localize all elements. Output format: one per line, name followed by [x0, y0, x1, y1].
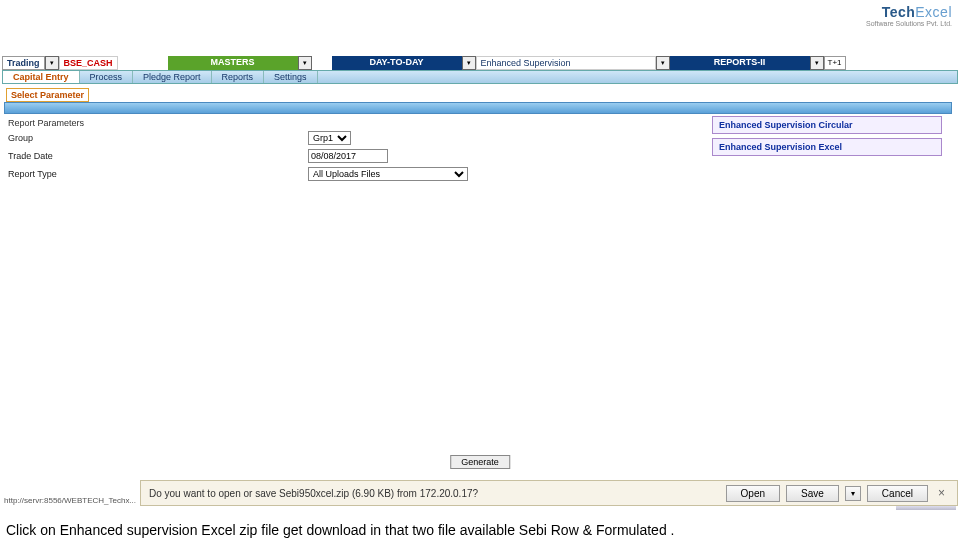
- status-bar-text: http://servr:8556/WEBTECH_Techx...: [2, 495, 138, 506]
- download-prompt-text: Do you want to open or save Sebi950xcel.…: [149, 488, 720, 499]
- open-button[interactable]: Open: [726, 485, 780, 502]
- logo-text-b: Excel: [915, 4, 952, 20]
- save-dropdown-icon[interactable]: ▾: [845, 486, 861, 501]
- nav-t1[interactable]: T+1: [824, 56, 846, 70]
- masters-dropdown-icon[interactable]: ▾: [298, 56, 312, 70]
- reports2-dropdown-icon[interactable]: ▾: [810, 56, 824, 70]
- nav-day-to-day[interactable]: DAY-TO-DAY: [332, 56, 462, 70]
- nav-masters[interactable]: MASTERS: [168, 56, 298, 70]
- logo-text-a: Tech: [882, 4, 916, 20]
- nav-bse-cash[interactable]: BSE_CASH: [59, 56, 118, 70]
- tab-pledge-report[interactable]: Pledge Report: [133, 71, 212, 83]
- nav-reports-ii[interactable]: REPORTS-II: [670, 56, 810, 70]
- header-spacer: [0, 26, 960, 56]
- save-button[interactable]: Save: [786, 485, 839, 502]
- trade-date-input[interactable]: [308, 149, 388, 163]
- instruction-caption: Click on Enhanced supervision Excel zip …: [6, 522, 954, 538]
- top-nav-bar: Trading ▾ BSE_CASH MASTERS ▾ DAY-TO-DAY …: [2, 56, 958, 70]
- report-type-label: Report Type: [8, 169, 128, 179]
- nav-enhanced-supervision[interactable]: Enhanced Supervision: [476, 56, 656, 70]
- sub-nav-bar: Capital Entry Process Pledge Report Repo…: [2, 70, 958, 84]
- tab-capital-entry[interactable]: Capital Entry: [3, 71, 80, 83]
- tab-reports[interactable]: Reports: [212, 71, 265, 83]
- tab-process[interactable]: Process: [80, 71, 134, 83]
- link-enhanced-excel[interactable]: Enhanced Supervision Excel: [712, 138, 942, 156]
- report-type-select[interactable]: All Uploads Files: [308, 167, 468, 181]
- enhanced-dropdown-icon[interactable]: ▾: [656, 56, 670, 70]
- trading-dropdown-icon[interactable]: ▾: [45, 56, 59, 70]
- cancel-button[interactable]: Cancel: [867, 485, 928, 502]
- logo-tagline: Software Solutions Pvt. Ltd.: [866, 20, 952, 27]
- trade-date-label: Trade Date: [8, 151, 128, 161]
- group-select[interactable]: Grp1: [308, 131, 351, 145]
- link-enhanced-circular[interactable]: Enhanced Supervision Circular: [712, 116, 942, 134]
- generate-button[interactable]: Generate: [450, 455, 510, 469]
- download-notification-bar: Do you want to open or save Sebi950xcel.…: [140, 480, 958, 506]
- side-links-panel: Enhanced Supervision Circular Enhanced S…: [712, 116, 942, 160]
- panel-title-bar: [4, 102, 952, 114]
- nav-trading[interactable]: Trading: [2, 56, 45, 70]
- group-label: Group: [8, 133, 128, 143]
- select-parameter-button[interactable]: Select Parameter: [6, 88, 89, 102]
- taskbar-fragment: [896, 506, 956, 510]
- close-icon[interactable]: ×: [934, 486, 949, 500]
- tab-settings[interactable]: Settings: [264, 71, 318, 83]
- daytoday-dropdown-icon[interactable]: ▾: [462, 56, 476, 70]
- brand-logo: TechExcel Software Solutions Pvt. Ltd.: [866, 4, 952, 27]
